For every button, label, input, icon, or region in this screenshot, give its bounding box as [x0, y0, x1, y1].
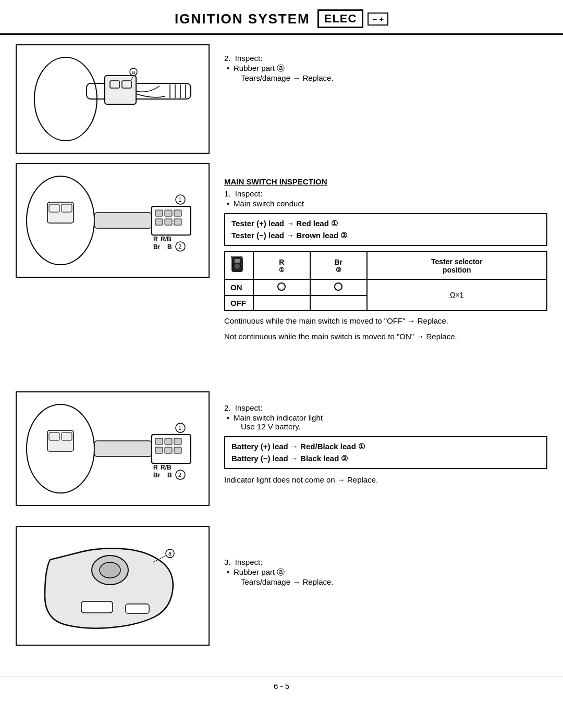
bullet-rubber-part-a: Rubber part ⓐ — [224, 64, 547, 73]
svg-text:1: 1 — [178, 196, 181, 203]
svg-rect-39 — [165, 438, 172, 445]
svg-text:R/B: R/B — [161, 464, 172, 471]
main-switch-section: MAIN SWITCH INSPECTION 1. Inspect: Main … — [224, 177, 547, 342]
switch-table: R ① Br ② Tester selector position — [224, 251, 547, 311]
svg-text:Br: Br — [153, 243, 161, 251]
sub-tears-damage-2: Tears/damage → Replace. — [224, 577, 547, 586]
svg-text:R/B: R/B — [161, 236, 172, 243]
para-indicator: Indicator light does not come on → Repla… — [224, 474, 547, 486]
svg-rect-19 — [165, 210, 172, 216]
svg-point-53 — [100, 562, 120, 578]
svg-text:B: B — [167, 243, 172, 251]
diagram-handlebar: a — [16, 44, 210, 154]
inspect-step-2: 2. Inspect: Main switch indicator light … — [224, 403, 547, 431]
svg-rect-43 — [174, 447, 181, 453]
svg-rect-63 — [241, 256, 242, 258]
bullet-main-switch-conduct: Main switch conduct — [224, 199, 547, 208]
svg-text:B: B — [167, 472, 172, 479]
battery-plus: + — [379, 15, 384, 23]
svg-point-61 — [235, 264, 240, 269]
highlight-line-2: Tester (−) lead → Brown lead ② — [231, 230, 540, 242]
svg-rect-60 — [235, 259, 240, 263]
highlight-battery-leads: Battery (+) lead → Red/Black lead ① Batt… — [224, 436, 547, 469]
svg-text:a: a — [168, 550, 172, 557]
svg-rect-20 — [174, 210, 181, 216]
inspect-section-2-step1: 1. Inspect: Main switch conduct — [224, 189, 547, 208]
main-switch-heading: MAIN SWITCH INSPECTION — [224, 177, 547, 186]
col-r-header: R ① — [253, 252, 310, 279]
section-badge: ELEC — [317, 9, 364, 28]
battery-minus: − — [372, 15, 377, 23]
para-continuous: Continuous while the main switch is move… — [224, 315, 547, 327]
highlight-tester-leads: Tester (+) lead → Red lead ① Tester (−) … — [224, 213, 547, 246]
inspect-section-3: 2. Inspect: Main switch indicator light … — [224, 403, 547, 486]
svg-rect-62 — [231, 256, 232, 258]
svg-point-0 — [34, 57, 97, 141]
diagram-switch-connector-mid: 1 R R/B Br B 2 — [16, 391, 210, 506]
table-row-on: ON Ω×1 — [225, 279, 547, 295]
svg-text:a: a — [132, 69, 136, 75]
circle-on-r — [277, 282, 286, 291]
battery-symbol: − + — [368, 13, 388, 26]
svg-rect-36 — [94, 441, 152, 456]
step-2b-label: 2. Inspect: — [224, 403, 547, 412]
inspect-section-4: 3. Inspect: Rubber part ⓐ Tears/damage →… — [224, 558, 547, 586]
inspect-section-1: 2. Inspect: Rubber part ⓐ Tears/damage →… — [224, 54, 547, 82]
svg-text:2: 2 — [178, 243, 181, 250]
page-number: 6 - 5 — [0, 676, 563, 690]
step-2-label: 2. Inspect: — [224, 54, 547, 63]
diagram-switch-connector-top: 1 R R/B Br B 2 — [16, 163, 210, 278]
diagram-rubber-part: a — [16, 526, 210, 646]
step-3-label: 3. Inspect: — [224, 558, 547, 566]
svg-rect-16 — [94, 213, 152, 228]
svg-text:1: 1 — [178, 425, 181, 431]
battery-highlight-line-1: Battery (+) lead → Red/Black lead ① — [231, 441, 540, 453]
svg-text:2: 2 — [178, 472, 181, 478]
highlight-line-1: Tester (+) lead → Red lead ① — [231, 218, 540, 230]
col-br-header: Br ② — [310, 252, 367, 279]
omega-value: Ω×1 — [367, 279, 547, 311]
para-not-continuous: Not continuous while the main switch is … — [224, 331, 547, 343]
svg-rect-38 — [155, 438, 163, 445]
svg-rect-41 — [155, 447, 163, 453]
col-selector-header: Tester selector position — [367, 252, 547, 279]
svg-rect-42 — [165, 447, 172, 453]
sub-tears-damage-1: Tears/damage → Replace. — [224, 73, 547, 82]
left-column: a — [0, 35, 219, 655]
svg-text:Br: Br — [153, 472, 161, 479]
svg-rect-18 — [155, 210, 163, 216]
svg-rect-22 — [165, 219, 172, 225]
svg-text:R: R — [153, 236, 158, 243]
svg-rect-23 — [174, 219, 181, 225]
page-body: a — [0, 35, 563, 671]
svg-rect-21 — [155, 219, 163, 225]
svg-rect-40 — [174, 438, 181, 445]
page-title: IGNITION SYSTEM — [175, 11, 310, 27]
step-1-label: 1. Inspect: — [224, 189, 547, 198]
svg-rect-13 — [47, 202, 74, 223]
svg-rect-55 — [126, 604, 149, 613]
page-header: IGNITION SYSTEM ELEC − + — [0, 0, 563, 35]
battery-highlight-line-2: Battery (−) lead → Black lead ② — [231, 453, 540, 465]
bullet-indicator-light: Main switch indicator light — [224, 413, 547, 422]
svg-text:R: R — [153, 464, 158, 471]
sub-use-battery: Use 12 V battery. — [224, 422, 547, 431]
bullet-rubber-part-b: Rubber part ⓐ — [224, 567, 547, 577]
svg-rect-33 — [47, 430, 74, 451]
svg-rect-54 — [81, 601, 113, 613]
circle-on-br — [334, 282, 342, 291]
right-column: 2. Inspect: Rubber part ⓐ Tears/damage →… — [219, 35, 563, 655]
